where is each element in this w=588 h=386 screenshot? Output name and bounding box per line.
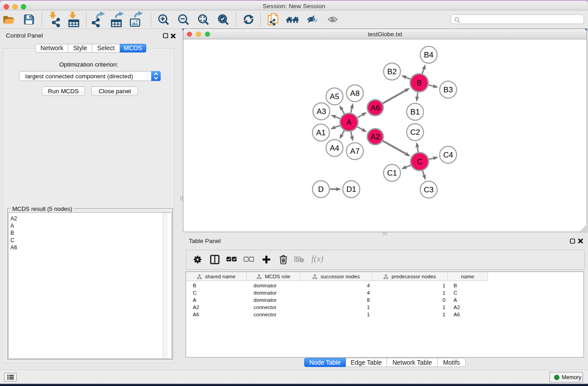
svg-text:B1: B1: [411, 108, 420, 116]
svg-text:A6: A6: [371, 104, 380, 112]
svg-text:A1: A1: [316, 129, 326, 137]
svg-text:A: A: [346, 118, 352, 127]
svg-text:B2: B2: [387, 67, 397, 76]
svg-text:B: B: [416, 79, 421, 87]
svg-text:C2: C2: [410, 128, 420, 137]
svg-text:C: C: [417, 157, 422, 166]
svg-text:A7: A7: [350, 147, 360, 156]
svg-text:A2: A2: [371, 133, 380, 141]
svg-text:C4: C4: [443, 151, 453, 159]
svg-text:B3: B3: [444, 86, 453, 94]
svg-text:C1: C1: [387, 169, 397, 177]
svg-text:D: D: [318, 185, 324, 194]
svg-text:C3: C3: [424, 186, 434, 194]
svg-text:D1: D1: [346, 185, 356, 194]
svg-text:A5: A5: [330, 92, 339, 101]
svg-text:B4: B4: [424, 51, 434, 59]
svg-text:A3: A3: [317, 107, 326, 116]
svg-text:A8: A8: [350, 89, 360, 98]
svg-text:A4: A4: [330, 144, 339, 152]
